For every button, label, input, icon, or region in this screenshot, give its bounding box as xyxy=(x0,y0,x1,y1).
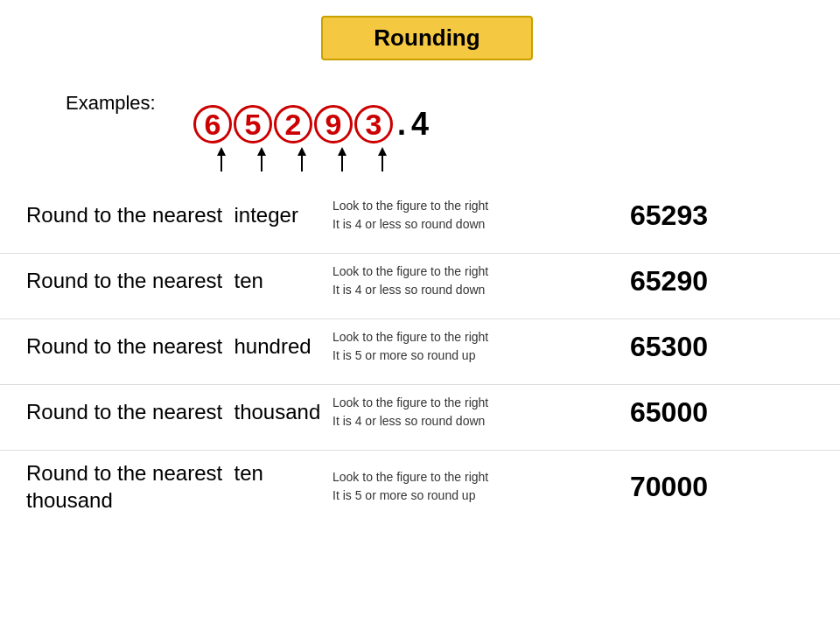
arrow-5 xyxy=(242,147,281,172)
number-display: 6 5 2 9 3 . 4 xyxy=(192,105,430,144)
row-label-integer: Round to the nearest integer xyxy=(0,201,324,228)
svg-marker-7 xyxy=(338,147,346,156)
row-desc-hundred: Look to the figure to the right It is 5 … xyxy=(324,328,604,365)
row-desc-thousand: Look to the figure to the right It is 4 … xyxy=(324,394,604,430)
row-label-thousand: Round to the nearest thousand xyxy=(0,398,324,425)
digit-2: 2 xyxy=(274,105,312,144)
examples-label: Examples: xyxy=(66,92,156,115)
row-desc-ten-thousand: Look to the figure to the right It is 5 … xyxy=(324,468,604,505)
arrows-container xyxy=(201,147,402,172)
digit-9: 9 xyxy=(314,105,353,144)
title-box: Rounding xyxy=(321,16,533,60)
svg-marker-5 xyxy=(298,147,306,156)
digit-3: 3 xyxy=(354,105,393,144)
table-row: Round to the nearest ten Look to the fig… xyxy=(0,253,840,308)
table-row: Round to the nearest integer Look to the… xyxy=(0,188,840,242)
page-container: Rounding Examples: 6 5 2 9 3 . 4 xyxy=(0,0,840,630)
arrow-9 xyxy=(323,147,361,172)
row-label-ten-thousand: Round to the nearest tenthousand xyxy=(0,459,324,514)
row-label-hundred: Round to the nearest hundred xyxy=(0,332,324,360)
row-result-ten: 65290 xyxy=(604,265,779,298)
row-result-hundred: 65300 xyxy=(604,331,779,363)
decimal-point: . xyxy=(397,106,406,143)
arrow-3 xyxy=(363,147,402,172)
row-desc-ten: Look to the figure to the right It is 4 … xyxy=(324,262,604,299)
svg-marker-1 xyxy=(217,147,226,156)
digit-5: 5 xyxy=(234,105,272,144)
table-row: Round to the nearest tenthousand Look to… xyxy=(0,450,840,522)
arrow-6 xyxy=(202,147,241,172)
digit-6: 6 xyxy=(193,105,232,144)
svg-marker-3 xyxy=(257,147,266,156)
row-label-ten: Round to the nearest ten xyxy=(0,267,324,294)
row-result-ten-thousand: 70000 xyxy=(604,471,779,503)
table-row: Round to the nearest thousand Look to th… xyxy=(0,384,840,439)
row-desc-integer: Look to the figure to the right It is 4 … xyxy=(324,197,604,234)
table-area: Round to the nearest integer Look to the… xyxy=(0,188,840,522)
digit-4: 4 xyxy=(411,106,429,143)
row-result-thousand: 65000 xyxy=(604,396,779,429)
svg-marker-9 xyxy=(378,147,387,156)
table-row: Round to the nearest hundred Look to the… xyxy=(0,318,840,374)
page-title: Rounding xyxy=(374,24,480,51)
arrow-2 xyxy=(283,147,321,172)
row-result-integer: 65293 xyxy=(604,200,779,232)
